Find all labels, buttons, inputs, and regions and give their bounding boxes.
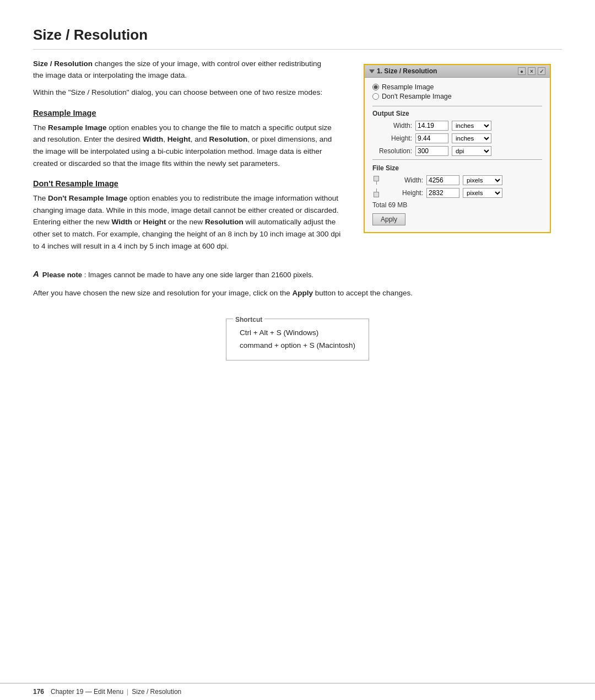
file-height-label: Height: [383, 189, 423, 197]
width-unit-select[interactable]: inches [452, 121, 491, 131]
link-line [376, 181, 377, 185]
file-width-label: Width: [383, 176, 423, 184]
height-unit-select[interactable]: inches [452, 133, 491, 143]
file-width-row: Width: pixels [372, 175, 542, 185]
page-content: Size / Resolution Size / Resolution chan… [0, 0, 595, 394]
note-letter: A [33, 269, 39, 278]
footer-section: Size / Resolution [132, 688, 181, 696]
shortcut-container: Shortcut Ctrl + Alt + S (Windows) comman… [33, 319, 562, 360]
dialog-title-label: 1. Size / Resolution [377, 67, 437, 75]
resample-radio[interactable] [372, 84, 379, 90]
height-bold-2: Height [143, 218, 166, 226]
file-size-label: File Size [372, 164, 542, 172]
full-width-section: A Please note : Images cannot be made to… [33, 270, 562, 360]
resolution-input[interactable] [415, 146, 448, 156]
resolution-field-label: Resolution: [372, 147, 412, 155]
shortcut-line1: Ctrl + Alt + S (Windows) [240, 327, 355, 340]
dialog-close-btn[interactable]: × [528, 67, 536, 75]
shortcut-box: Shortcut Ctrl + Alt + S (Windows) comman… [226, 319, 369, 360]
radio-resample-row: Resample Image [372, 83, 542, 91]
note-text: Please note : Images cannot be made to h… [42, 270, 313, 281]
apply-note-post: button to accept the changes. [315, 289, 413, 297]
width-bold: Width [143, 135, 163, 143]
dont-resample-heading: Don't Resample Image [33, 179, 342, 188]
collapse-icon[interactable] [369, 69, 375, 73]
resolution-row: Resolution: dpi [372, 146, 542, 156]
dialog-body: Resample Image Don't Resample Image Outp… [365, 78, 550, 232]
dialog-divider-2 [372, 159, 542, 160]
apply-button[interactable]: Apply [372, 213, 405, 225]
dialog-title-text: 1. Size / Resolution [369, 67, 437, 75]
apply-note-pre: After you have chosen the new size and r… [33, 289, 290, 297]
height-field-label: Height: [372, 134, 412, 142]
dont-resample-radio[interactable] [372, 93, 379, 100]
file-height-input[interactable] [426, 188, 459, 198]
resolution-bold: Resolution [209, 135, 248, 143]
width-row: Width: inches [372, 121, 542, 131]
shortcut-title: Shortcut [233, 314, 264, 325]
dont-resample-bold: Don't Resample Image [48, 194, 127, 202]
intro-paragraph-2: Within the "Size / Resolution" dialog, y… [33, 87, 331, 99]
link-box-bottom [374, 192, 379, 197]
radio-dont-resample-row: Don't Resample Image [372, 93, 542, 100]
intro-bold: Size / Resolution [33, 60, 93, 68]
note-row: A Please note : Images cannot be made to… [33, 270, 562, 281]
link-icon [372, 176, 380, 185]
footer-page-number: 176 [33, 688, 44, 696]
resolution-unit-select[interactable]: dpi [452, 146, 491, 156]
right-column: 1. Size / Resolution ● × ✓ Resample Imag… [364, 58, 551, 233]
file-width-unit-select[interactable]: pixels [463, 175, 502, 185]
link-box-top [374, 176, 379, 181]
width-bold-2: Width [112, 218, 132, 226]
file-size-section: File Size Width: pixels [372, 164, 542, 225]
resample-radio-label: Resample Image [382, 83, 434, 91]
footer: 176 Chapter 19 — Edit Menu | Size / Reso… [0, 683, 595, 700]
file-height-unit-select[interactable]: pixels [463, 188, 502, 198]
note-content: : Images cannot be made to have any one … [84, 271, 313, 279]
note-bold: Please note [42, 271, 82, 279]
dont-resample-body: The Don't Resample Image option enables … [33, 192, 342, 252]
dialog-dot-btn[interactable]: ● [518, 67, 526, 75]
total-label: Total 69 MB [372, 201, 542, 209]
radio-group: Resample Image Don't Resample Image [372, 83, 542, 100]
width-field-label: Width: [372, 122, 412, 130]
dialog-check-btn[interactable]: ✓ [538, 67, 545, 75]
file-width-input[interactable] [426, 175, 459, 185]
height-bold: Height [167, 135, 191, 143]
file-height-row: Height: pixels [372, 188, 542, 198]
dialog-controls: ● × ✓ [518, 67, 545, 75]
shortcut-line2: command + option + S (Macintosh) [240, 340, 355, 352]
resolution-bold-2: Resolution [205, 218, 244, 226]
resample-heading: Resample Image [33, 109, 342, 117]
width-input[interactable] [415, 121, 448, 131]
footer-pipe: | [127, 688, 128, 696]
dialog-divider-1 [372, 106, 542, 106]
output-size-label: Output Size [372, 110, 542, 117]
footer-chapter: Chapter 19 — Edit Menu [51, 688, 123, 696]
apply-bold: Apply [293, 289, 313, 297]
height-row: Height: inches [372, 133, 542, 143]
content-area: Size / Resolution changes the size of yo… [33, 58, 562, 259]
dialog-title-bar: 1. Size / Resolution ● × ✓ [365, 65, 550, 78]
height-input[interactable] [415, 133, 448, 143]
dialog-panel: 1. Size / Resolution ● × ✓ Resample Imag… [364, 64, 551, 233]
resample-bold: Resample Image [48, 123, 107, 132]
left-column: Size / Resolution changes the size of yo… [33, 58, 342, 259]
link-icon-2 [372, 189, 380, 197]
resample-body: The Resample Image option enables you to… [33, 122, 342, 169]
apply-note: After you have chosen the new size and r… [33, 287, 562, 299]
dont-resample-radio-label: Don't Resample Image [382, 93, 452, 100]
page-title: Size / Resolution [33, 26, 562, 50]
intro-paragraph-1: Size / Resolution changes the size of yo… [33, 58, 331, 82]
